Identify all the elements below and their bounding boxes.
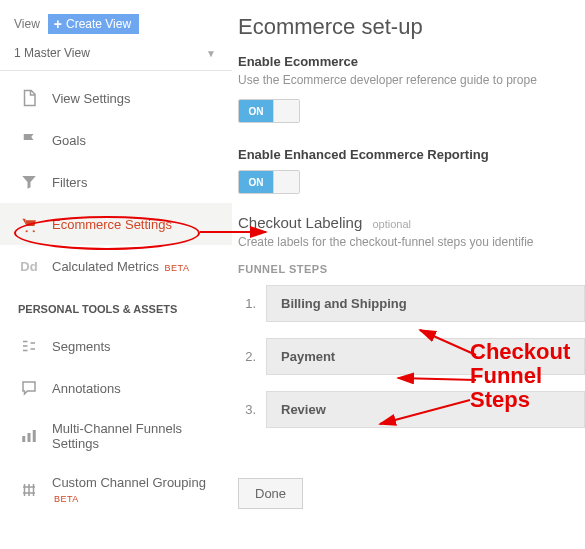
enable-ecommerce-help: Use the Ecommerce developer reference gu…	[238, 73, 585, 87]
step-number: 3.	[238, 402, 266, 417]
nav-filters[interactable]: Filters	[0, 161, 232, 203]
svg-rect-1	[28, 433, 31, 442]
optional-label: optional	[372, 218, 411, 230]
toggle-off-side	[273, 171, 299, 193]
funnel-icon	[20, 173, 38, 191]
funnel-step-3: 3. Review	[238, 391, 585, 428]
nav-label: Calculated Metrics	[52, 259, 159, 274]
nav-view-settings[interactable]: View Settings	[0, 77, 232, 119]
toggle-on-label: ON	[239, 100, 273, 122]
create-view-label: Create View	[66, 17, 131, 31]
main-content: Ecommerce set-up Enable Ecommerce Use th…	[232, 0, 585, 517]
enable-ecommerce-heading: Enable Ecommerce	[238, 54, 585, 69]
chat-icon	[20, 379, 38, 397]
toggle-off-side	[273, 100, 299, 122]
step-number: 2.	[238, 349, 266, 364]
enable-enhanced-toggle[interactable]: ON	[238, 170, 300, 194]
checkout-title: Checkout Labeling	[238, 214, 362, 231]
document-icon	[20, 89, 38, 107]
view-topbar: View + Create View	[0, 8, 232, 40]
plus-icon: +	[54, 17, 62, 31]
checkout-labeling-heading: Checkout Labeling optional	[238, 214, 585, 231]
nav-label: Goals	[52, 133, 86, 148]
segments-icon	[20, 337, 38, 355]
master-view-label: 1 Master View	[14, 46, 90, 60]
master-view-dropdown[interactable]: 1 Master View ▼	[0, 40, 232, 71]
beta-badge: BETA	[54, 494, 79, 504]
step-input[interactable]: Review	[266, 391, 585, 428]
tool-label: Segments	[52, 339, 111, 354]
nav-label: View Settings	[52, 91, 131, 106]
page-title: Ecommerce set-up	[238, 14, 585, 40]
bars-icon	[20, 427, 38, 445]
step-input[interactable]: Billing and Shipping	[266, 285, 585, 322]
nav-list: View Settings Goals Filters Ecommerce Se…	[0, 71, 232, 287]
tool-label: Annotations	[52, 381, 121, 396]
chevron-down-icon: ▼	[206, 48, 216, 59]
step-number: 1.	[238, 296, 266, 311]
nav-label: Filters	[52, 175, 87, 190]
tool-segments[interactable]: Segments	[0, 325, 232, 367]
funnel-step-2: 2. Payment	[238, 338, 585, 375]
create-view-button[interactable]: + Create View	[48, 14, 139, 34]
tool-label: Multi-Channel Funnels Settings	[52, 421, 192, 451]
dd-icon: Dd	[20, 257, 38, 275]
svg-rect-2	[33, 430, 36, 442]
beta-badge: BETA	[165, 263, 190, 273]
tool-annotations[interactable]: Annotations	[0, 367, 232, 409]
nav-goals[interactable]: Goals	[0, 119, 232, 161]
cart-icon	[20, 215, 38, 233]
section-title: PERSONAL TOOLS & ASSETS	[0, 287, 232, 325]
nav-label: Ecommerce Settings	[52, 217, 172, 232]
toggle-on-label: ON	[239, 171, 273, 193]
enable-ecommerce-toggle[interactable]: ON	[238, 99, 300, 123]
nav-ecommerce-settings[interactable]: Ecommerce Settings	[0, 203, 232, 245]
enable-enhanced-heading: Enable Enhanced Ecommerce Reporting	[238, 147, 585, 162]
channels-icon	[20, 481, 38, 499]
svg-rect-0	[22, 436, 25, 442]
flag-icon	[20, 131, 38, 149]
nav-calculated-metrics[interactable]: Dd Calculated Metrics BETA	[0, 245, 232, 287]
step-input[interactable]: Payment	[266, 338, 585, 375]
sidebar: View + Create View 1 Master View ▼ View …	[0, 0, 232, 517]
done-button[interactable]: Done	[238, 478, 303, 509]
checkout-help: Create labels for the checkout-funnel st…	[238, 235, 585, 249]
view-label: View	[14, 17, 40, 31]
tool-mcf-settings[interactable]: Multi-Channel Funnels Settings	[0, 409, 232, 463]
funnel-step-1: 1. Billing and Shipping	[238, 285, 585, 322]
tool-custom-channel[interactable]: Custom Channel Grouping BETA	[0, 463, 232, 517]
tool-label: Custom Channel Grouping	[52, 475, 206, 490]
tools-list: Segments Annotations Multi-Channel Funne…	[0, 325, 232, 517]
funnel-steps-label: FUNNEL STEPS	[238, 263, 585, 275]
